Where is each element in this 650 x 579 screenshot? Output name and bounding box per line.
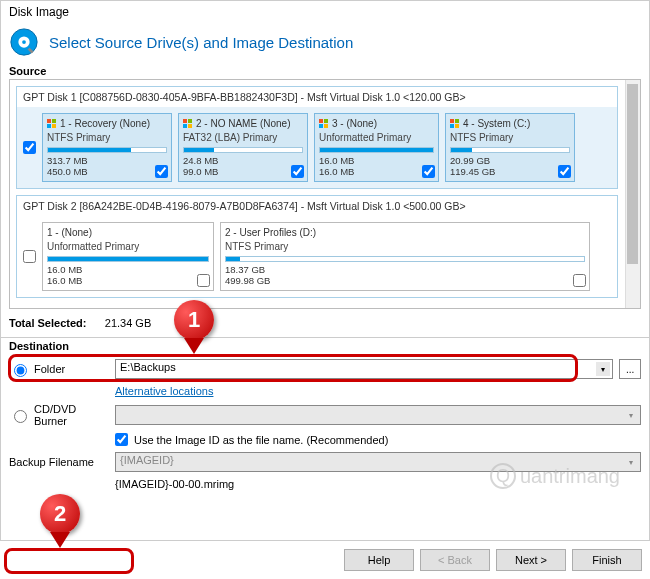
windows-icon (47, 119, 57, 129)
backup-filename-label: Backup Filename (9, 456, 94, 468)
partition-type: NTFS Primary (47, 131, 167, 144)
partition-box[interactable]: 2 - NO NAME (None) FAT32 (LBA) Primary 2… (178, 113, 308, 182)
partition-checkbox[interactable] (558, 165, 571, 178)
alt-locations-row: Alternative locations (1, 382, 649, 400)
svg-rect-7 (52, 124, 56, 128)
partition-checkbox[interactable] (422, 165, 435, 178)
partition-type: NTFS Primary (225, 240, 585, 253)
chevron-down-icon: ▾ (596, 362, 610, 376)
browse-button[interactable]: ... (619, 359, 641, 379)
use-imageid-label: Use the Image ID as the file name. (Reco… (134, 434, 388, 446)
disk-content: 1 - Recovery (None) NTFS Primary 313.7 M… (17, 107, 617, 188)
cd-label: CD/DVD Burner (34, 403, 109, 427)
partition-box[interactable]: 3 - (None) Unformatted Primary 16.0 MB16… (314, 113, 439, 182)
svg-rect-4 (47, 119, 51, 123)
total-selected: Total Selected: 21.34 GB (1, 311, 649, 335)
svg-rect-18 (450, 124, 454, 128)
filename-row: Backup Filename {IMAGEID}▾ (1, 449, 649, 475)
example-filename: {IMAGEID}-00-00.mrimg (115, 478, 234, 490)
folder-label: Folder (34, 363, 65, 375)
partition-title: 4 - System (C:) (463, 117, 530, 130)
partition-checkbox[interactable] (573, 274, 586, 287)
scrollbar[interactable] (625, 80, 640, 308)
svg-rect-5 (52, 119, 56, 123)
back-button[interactable]: < Back (420, 549, 490, 571)
partition-title: 1 - Recovery (None) (60, 117, 150, 130)
svg-rect-17 (455, 119, 459, 123)
window-title: Disk Image (1, 1, 649, 23)
disk-block: GPT Disk 2 [86A242BE-0D4B-4196-8079-A7B0… (16, 195, 618, 298)
svg-rect-19 (455, 124, 459, 128)
windows-icon (183, 119, 193, 129)
disk-header: GPT Disk 1 [C088756D-0830-405A-9BFA-BB18… (17, 87, 617, 107)
disk-select-checkbox[interactable] (23, 250, 36, 263)
callout-pin-2: 2 (40, 494, 80, 546)
partition-title: 1 - (None) (47, 226, 92, 239)
folder-row: Folder E:\Backups▾ ... (1, 356, 649, 382)
svg-rect-9 (188, 119, 192, 123)
svg-rect-14 (319, 124, 323, 128)
folder-radio[interactable] (14, 364, 27, 377)
alternative-locations-link[interactable]: Alternative locations (115, 385, 213, 397)
example-row: {IMAGEID}-00-00.mrimg (1, 475, 649, 493)
disk-header: GPT Disk 2 [86A242BE-0D4B-4196-8079-A7B0… (17, 196, 617, 216)
use-imageid-checkbox[interactable] (115, 433, 128, 446)
partition-type: FAT32 (LBA) Primary (183, 131, 303, 144)
imageid-row: Use the Image ID as the file name. (Reco… (1, 430, 649, 449)
windows-icon (319, 119, 329, 129)
partition-type: Unformatted Primary (47, 240, 209, 253)
svg-rect-13 (324, 119, 328, 123)
svg-rect-16 (450, 119, 454, 123)
next-button[interactable]: Next > (496, 549, 566, 571)
help-button[interactable]: Help (344, 549, 414, 571)
partition-box[interactable]: 4 - System (C:) NTFS Primary 20.99 GB119… (445, 113, 575, 182)
cd-row: CD/DVD Burner ▾ (1, 400, 649, 430)
partition-title: 2 - User Profiles (D:) (225, 226, 316, 239)
partition-box[interactable]: 1 - Recovery (None) NTFS Primary 313.7 M… (42, 113, 172, 182)
disk-select-checkbox[interactable] (23, 141, 36, 154)
partition-checkbox[interactable] (197, 274, 210, 287)
windows-icon (450, 119, 460, 129)
folder-combo[interactable]: E:\Backups▾ (115, 359, 613, 379)
source-panel: GPT Disk 1 [C088756D-0830-405A-9BFA-BB18… (9, 79, 641, 309)
svg-rect-6 (47, 124, 51, 128)
partition-title: 2 - NO NAME (None) (196, 117, 290, 130)
disk-content: 1 - (None) Unformatted Primary 16.0 MB16… (17, 216, 617, 297)
page-header: Select Source Drive(s) and Image Destina… (1, 23, 649, 65)
svg-rect-15 (324, 124, 328, 128)
svg-point-2 (22, 40, 26, 44)
chevron-down-icon: ▾ (624, 455, 638, 469)
partition-box[interactable]: 1 - (None) Unformatted Primary 16.0 MB16… (42, 222, 214, 291)
drive-icon (9, 27, 39, 57)
partition-box[interactable]: 2 - User Profiles (D:) NTFS Primary 18.3… (220, 222, 590, 291)
cd-combo: ▾ (115, 405, 641, 425)
scroll-thumb[interactable] (627, 84, 638, 264)
source-section-label: Source (1, 65, 649, 77)
svg-rect-11 (188, 124, 192, 128)
button-bar: Help < Back Next > Finish (0, 540, 650, 579)
partition-title: 3 - (None) (332, 117, 377, 130)
page-title: Select Source Drive(s) and Image Destina… (49, 34, 353, 51)
partition-type: Unformatted Primary (319, 131, 434, 144)
finish-button[interactable]: Finish (572, 549, 642, 571)
svg-rect-8 (183, 119, 187, 123)
disk-block: GPT Disk 1 [C088756D-0830-405A-9BFA-BB18… (16, 86, 618, 189)
filename-combo: {IMAGEID}▾ (115, 452, 641, 472)
svg-rect-10 (183, 124, 187, 128)
partition-checkbox[interactable] (155, 165, 168, 178)
partition-type: NTFS Primary (450, 131, 570, 144)
chevron-down-icon: ▾ (624, 408, 638, 422)
cd-radio[interactable] (14, 410, 27, 423)
destination-section-label: Destination (1, 340, 649, 352)
svg-rect-12 (319, 119, 323, 123)
partition-checkbox[interactable] (291, 165, 304, 178)
